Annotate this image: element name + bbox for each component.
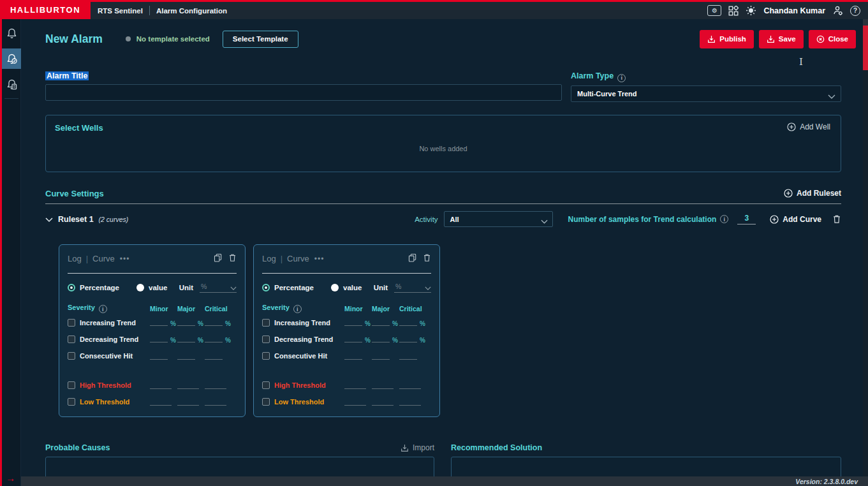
decreasing-trend-checkbox[interactable] — [68, 335, 75, 343]
duplicate-curve-icon[interactable] — [214, 253, 222, 264]
ruleset-curve-count: (2 curves) — [99, 216, 129, 223]
critical-value-input[interactable] — [205, 335, 223, 342]
log-selector[interactable]: Log — [68, 254, 82, 263]
add-curve-button[interactable]: Add Curve — [770, 215, 821, 224]
sidebar-expand-arrow[interactable]: → — [6, 473, 15, 483]
trend-samples-input[interactable]: 3 — [737, 214, 756, 225]
severity-info-icon[interactable]: i — [99, 305, 107, 313]
minor-value-input[interactable] — [150, 352, 168, 360]
duplicate-curve-icon[interactable] — [408, 253, 416, 264]
value-radio[interactable] — [331, 284, 339, 291]
scrollbar-thumb[interactable] — [863, 26, 868, 70]
save-label: Save — [779, 35, 796, 43]
minor-value-input[interactable] — [150, 398, 172, 406]
minor-value-input[interactable] — [344, 398, 366, 406]
minor-value-input[interactable] — [344, 381, 366, 389]
major-value-input[interactable] — [177, 398, 199, 406]
major-value-input[interactable] — [372, 352, 390, 360]
delete-curve-trash-icon[interactable] — [423, 253, 431, 264]
display-settings-icon[interactable]: ⚙ — [707, 5, 721, 16]
severity-header-row: Severityi Minor Major Critical — [68, 303, 237, 314]
unit-select[interactable]: % — [200, 283, 237, 293]
value-radio[interactable] — [136, 284, 144, 291]
save-button[interactable]: Save — [759, 30, 804, 48]
percent-suffix: % — [392, 337, 398, 344]
high-threshold-checkbox[interactable] — [262, 381, 270, 389]
critical-value-input[interactable] — [399, 398, 421, 406]
low-threshold-checkbox[interactable] — [262, 398, 270, 406]
increasing-trend-checkbox[interactable] — [262, 319, 270, 327]
decreasing-trend-checkbox[interactable] — [262, 335, 270, 343]
major-value-input[interactable] — [372, 398, 394, 406]
nav-alarm-configuration-icon[interactable] — [2, 48, 21, 69]
high-threshold-checkbox[interactable] — [68, 381, 75, 389]
close-button[interactable]: Close — [809, 30, 856, 48]
curve-menu-ellipsis-icon[interactable]: ••• — [120, 254, 130, 263]
alarm-title-input[interactable] — [45, 84, 562, 101]
apps-grid-icon[interactable] — [728, 6, 739, 16]
critical-value-input[interactable] — [205, 398, 226, 406]
percentage-radio[interactable] — [262, 284, 270, 291]
select-template-button[interactable]: Select Template — [223, 31, 298, 48]
breadcrumb-divider — [149, 6, 150, 15]
minor-value-input[interactable] — [344, 318, 362, 326]
add-well-button[interactable]: Add Well — [787, 122, 830, 131]
major-value-input[interactable] — [177, 352, 195, 360]
critical-value-input[interactable] — [399, 318, 417, 326]
delete-ruleset-trash-icon[interactable] — [832, 214, 841, 224]
major-value-input[interactable] — [372, 335, 390, 342]
import-button[interactable]: Import — [401, 443, 434, 452]
high-threshold-row: High Threshold — [262, 377, 431, 394]
decreasing-trend-row: Decreasing Trend % % % — [262, 331, 431, 348]
ruleset-collapse-chevron-icon[interactable] — [45, 214, 53, 225]
text-cursor: I — [799, 56, 803, 68]
activity-select[interactable]: All — [444, 211, 553, 227]
major-value-input[interactable] — [372, 318, 390, 326]
minor-value-input[interactable] — [344, 335, 362, 342]
percentage-radio[interactable] — [68, 284, 75, 291]
increasing-trend-checkbox[interactable] — [68, 319, 75, 327]
publish-button[interactable]: Publish — [700, 30, 754, 48]
nav-alarm-log-icon[interactable] — [2, 74, 21, 94]
critical-value-input[interactable] — [205, 381, 226, 389]
delete-curve-trash-icon[interactable] — [228, 253, 237, 264]
consecutive-hit-label: Consecutive Hit — [80, 352, 133, 360]
minor-value-input[interactable] — [344, 352, 362, 360]
critical-value-input[interactable] — [399, 352, 417, 360]
severity-info-icon[interactable]: i — [293, 305, 302, 313]
major-value-input[interactable] — [177, 381, 199, 389]
unit-select[interactable]: % — [394, 283, 431, 293]
consecutive-hit-checkbox[interactable] — [262, 352, 270, 360]
help-icon[interactable]: ? — [850, 6, 860, 16]
major-value-input[interactable] — [177, 335, 195, 342]
critical-value-input[interactable] — [399, 335, 417, 342]
minor-value-input[interactable] — [150, 381, 172, 389]
minor-value-input[interactable] — [150, 318, 168, 326]
minor-value-input[interactable] — [150, 335, 168, 342]
log-selector[interactable]: Log — [262, 254, 276, 263]
curve-selector[interactable]: Curve — [287, 254, 309, 263]
consecutive-hit-checkbox[interactable] — [68, 352, 75, 360]
page-name: Alarm Configuration — [156, 7, 227, 15]
alarm-type-info-icon[interactable]: i — [617, 74, 626, 82]
user-settings-icon[interactable] — [832, 5, 843, 16]
major-value-input[interactable] — [177, 318, 195, 326]
critical-value-input[interactable] — [205, 352, 223, 360]
curve-card-header: Log | Curve ••• — [262, 254, 431, 264]
curve-card-header: Log | Curve ••• — [68, 254, 237, 264]
critical-value-input[interactable] — [205, 318, 223, 326]
high-threshold-row: High Threshold — [68, 377, 237, 394]
alarm-type-select[interactable]: Multi-Curve Trend — [571, 85, 841, 102]
critical-value-input[interactable] — [399, 381, 421, 389]
top-bar: HALLIBURTON RTS Sentinel Alarm Configura… — [0, 0, 868, 19]
severity-column-critical: Critical — [399, 305, 427, 313]
ruleset-name: Ruleset 1 — [58, 215, 94, 224]
curve-selector[interactable]: Curve — [92, 254, 115, 263]
nav-alarms-icon[interactable] — [2, 23, 21, 43]
major-value-input[interactable] — [372, 381, 394, 389]
trend-samples-info-icon[interactable]: i — [720, 215, 728, 223]
theme-brightness-icon[interactable] — [746, 5, 756, 16]
curve-menu-ellipsis-icon[interactable]: ••• — [314, 254, 325, 263]
low-threshold-checkbox[interactable] — [68, 398, 75, 406]
add-ruleset-button[interactable]: Add Ruleset — [784, 189, 841, 198]
